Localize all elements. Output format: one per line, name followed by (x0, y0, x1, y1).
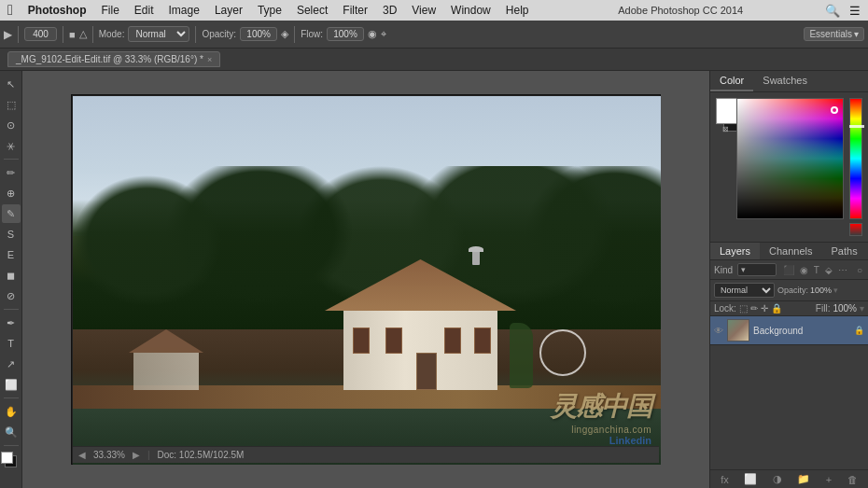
brush-angle-icon[interactable]: △ (79, 28, 87, 40)
layer-filter-icon-2[interactable]: ◉ (798, 265, 810, 275)
tool-brush[interactable]: ✎ (2, 204, 21, 223)
add-adjustment-button[interactable]: ◑ (773, 473, 782, 485)
tab-layers[interactable]: Layers (710, 243, 760, 259)
layer-filter-toggle[interactable]: ○ (855, 265, 864, 275)
tool-shape[interactable]: ⬜ (2, 375, 21, 394)
menu-layer[interactable]: Layer (207, 4, 250, 17)
tool-type[interactable]: T (2, 334, 21, 353)
add-mask-button[interactable]: ⬜ (744, 473, 757, 485)
status-prev-icon[interactable]: ◀ (78, 450, 86, 460)
tool-path-select[interactable]: ↗ (2, 355, 21, 373)
close-tab-icon[interactable]: × (207, 55, 212, 64)
brush-options-icon[interactable]: ■ (69, 29, 76, 40)
canvas-wrapper[interactable]: 灵感中国 lingganchina.com Linkedin ◀ 33.33% … (72, 95, 660, 464)
tab-channels[interactable]: Channels (760, 243, 821, 259)
menu-select[interactable]: Select (289, 4, 335, 17)
apple-menu[interactable]:  (0, 2, 21, 19)
fill-label: Fill: (816, 303, 831, 314)
color-sliders-vertical (849, 98, 862, 236)
tool-selection[interactable]: ↖ (2, 75, 21, 93)
menu-image[interactable]: Image (161, 4, 207, 17)
tab-paths[interactable]: Paths (822, 243, 867, 259)
essentials-button[interactable]: Essentials ▾ (804, 27, 864, 41)
fill-dropdown[interactable]: ▾ (860, 303, 864, 314)
hue-slider-thumb (849, 125, 864, 128)
layer-thumb-preview (728, 320, 749, 341)
color-cursor (831, 106, 838, 114)
menu-file[interactable]: File (94, 4, 127, 17)
menu-bar:  Photoshop File Edit Image Layer Type S… (0, 0, 868, 21)
add-layer-button[interactable]: + (826, 474, 832, 485)
hue-slider-vertical[interactable] (849, 98, 862, 219)
menu-3d[interactable]: 3D (375, 4, 404, 17)
color-swatches-widget[interactable] (1, 452, 21, 472)
menu-type[interactable]: Type (250, 4, 289, 17)
flow-icon[interactable]: ◉ (368, 28, 377, 40)
menu-edit[interactable]: Edit (127, 4, 161, 17)
tool-magic-wand[interactable]: ⚹ (2, 136, 21, 155)
menu-filter[interactable]: Filter (335, 4, 375, 17)
tool-hand[interactable]: ✋ (2, 402, 21, 421)
lock-pixels-icon[interactable]: ✏ (750, 303, 758, 314)
watermark-social: Linkedin (609, 435, 651, 446)
tool-spot-heal[interactable]: ⊕ (2, 184, 21, 202)
kind-dropdown[interactable]: ▾ (737, 263, 777, 276)
add-fx-button[interactable]: fx (721, 474, 729, 485)
status-next-icon[interactable]: ▶ (133, 450, 140, 460)
tool-eraser[interactable]: E (2, 245, 21, 264)
alpha-slider-vertical[interactable] (849, 223, 862, 236)
tool-gradient[interactable]: ◼ (2, 266, 21, 285)
opacity-value[interactable]: 100% (810, 286, 832, 295)
tool-eyedropper[interactable]: ✏ (2, 163, 21, 182)
layers-list: 👁 Background 🔒 (710, 316, 868, 469)
color-reset-icon[interactable]: ⊠ (722, 125, 729, 133)
lock-transparent-icon[interactable]: ⬚ (739, 303, 748, 314)
color-gradient-field[interactable] (736, 98, 844, 219)
fg-bg-color-widget[interactable]: ⊠ (716, 98, 731, 135)
tool-crop[interactable]: ⬚ (2, 95, 21, 114)
tab-swatches[interactable]: Swatches (753, 71, 817, 91)
opacity-label: Opacity: (202, 29, 236, 39)
status-doc-info: Doc: 102.5M/102.5M (158, 450, 245, 460)
tool-sep-3 (4, 397, 19, 398)
delete-layer-button[interactable]: 🗑 (847, 474, 858, 485)
opacity-input[interactable] (240, 27, 277, 41)
tool-lasso[interactable]: ⊙ (2, 116, 21, 134)
lock-position-icon[interactable]: ✛ (761, 303, 768, 314)
fill-value[interactable]: 100% (833, 303, 857, 314)
tool-zoom[interactable]: 🔍 (2, 423, 21, 441)
layer-filter-icon-1[interactable]: ⬛ (781, 265, 796, 275)
lock-label: Lock: (714, 303, 736, 314)
search-icon[interactable]: 🔍 (825, 4, 840, 18)
layer-filter-icon-5[interactable]: ⋯ (836, 265, 849, 275)
menu-view[interactable]: View (404, 4, 443, 17)
menu-window[interactable]: Window (443, 4, 498, 17)
brush-size-input[interactable] (24, 27, 57, 41)
tool-dodge[interactable]: ⊘ (2, 286, 21, 305)
tool-clone[interactable]: S (2, 225, 21, 244)
flow-input[interactable] (327, 27, 364, 41)
airbrush-icon[interactable]: ⌖ (381, 28, 386, 40)
essentials-arrow: ▾ (854, 29, 859, 39)
layer-filter-icon-3[interactable]: T (812, 265, 821, 275)
tool-pen[interactable]: ✒ (2, 314, 21, 332)
menu-icon[interactable]: ☰ (849, 4, 861, 18)
add-group-button[interactable]: 📁 (797, 473, 810, 485)
color-spectrum-area[interactable] (736, 98, 844, 219)
menu-help[interactable]: Help (498, 4, 537, 17)
layer-item[interactable]: 👁 Background 🔒 (710, 316, 868, 345)
tab-color[interactable]: Color (710, 71, 753, 91)
layers-lock-row: Lock: ⬚ ✏ ✛ 🔒 Fill: 100% ▾ (710, 301, 868, 316)
layer-visibility-icon[interactable]: 👁 (714, 326, 723, 336)
mode-select[interactable]: Normal Dissolve Multiply (128, 26, 189, 42)
layer-filter-icon-4[interactable]: ⬙ (823, 265, 834, 275)
blend-mode-select[interactable]: Normal Multiply Screen (714, 283, 775, 298)
mode-label: Mode: (99, 29, 125, 39)
menu-photoshop[interactable]: Photoshop (21, 4, 94, 17)
color-picker: ⊠ (710, 92, 868, 242)
lock-all-icon[interactable]: 🔒 (771, 303, 782, 314)
canvas-area: 灵感中国 lingganchina.com Linkedin ◀ 33.33% … (22, 71, 709, 488)
opacity-dropdown[interactable]: ▾ (833, 286, 838, 295)
opacity-icon[interactable]: ◈ (281, 28, 288, 40)
document-tab[interactable]: _MG_9102-Edit-Edit.tif @ 33.3% (RGB/16°)… (7, 51, 220, 67)
